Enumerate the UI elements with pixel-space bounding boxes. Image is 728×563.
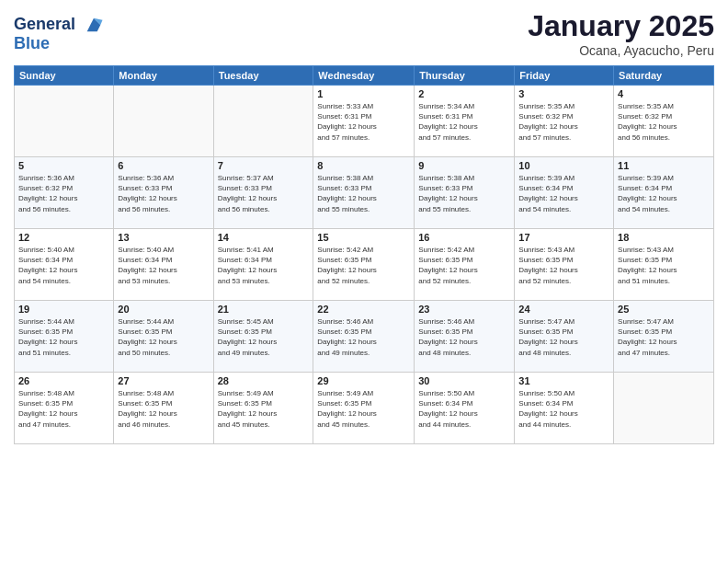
calendar-week-row: 12Sunrise: 5:40 AM Sunset: 6:34 PM Dayli… [15,229,714,301]
logo-text: General [14,15,104,35]
table-row: 13Sunrise: 5:40 AM Sunset: 6:34 PM Dayli… [114,229,213,301]
table-row: 27Sunrise: 5:48 AM Sunset: 6:35 PM Dayli… [114,373,213,444]
day-info: Sunrise: 5:42 AM Sunset: 6:35 PM Dayligh… [317,245,410,286]
col-friday: Friday [515,66,614,86]
day-info: Sunrise: 5:43 AM Sunset: 6:35 PM Dayligh… [618,245,710,286]
header: General Blue January 2025 Ocana, Ayacuch… [14,9,714,58]
day-number: 6 [118,160,209,171]
table-row: 4Sunrise: 5:35 AM Sunset: 6:32 PM Daylig… [614,86,714,157]
day-info: Sunrise: 5:36 AM Sunset: 6:32 PM Dayligh… [18,173,109,214]
day-number: 20 [118,304,209,315]
calendar-week-row: 26Sunrise: 5:48 AM Sunset: 6:35 PM Dayli… [15,373,714,444]
table-row: 30Sunrise: 5:50 AM Sunset: 6:34 PM Dayli… [415,373,515,444]
table-row: 31Sunrise: 5:50 AM Sunset: 6:34 PM Dayli… [515,373,614,444]
table-row: 5Sunrise: 5:36 AM Sunset: 6:32 PM Daylig… [15,157,114,229]
table-row [614,373,714,444]
table-row: 10Sunrise: 5:39 AM Sunset: 6:34 PM Dayli… [515,157,614,229]
logo-blue: Blue [14,35,104,53]
page: General Blue January 2025 Ocana, Ayacuch… [0,0,728,563]
day-number: 27 [118,375,209,386]
day-number: 2 [418,88,510,99]
day-number: 4 [618,88,710,99]
col-wednesday: Wednesday [313,66,415,86]
day-info: Sunrise: 5:47 AM Sunset: 6:35 PM Dayligh… [618,316,710,358]
day-info: Sunrise: 5:37 AM Sunset: 6:33 PM Dayligh… [218,173,310,214]
table-row [15,86,114,157]
day-info: Sunrise: 5:35 AM Sunset: 6:32 PM Dayligh… [518,101,609,143]
table-row [114,86,213,157]
day-number: 18 [618,232,710,243]
table-row: 3Sunrise: 5:35 AM Sunset: 6:32 PM Daylig… [515,86,614,157]
title-area: January 2025 Ocana, Ayacucho, Peru [528,9,714,58]
day-info: Sunrise: 5:33 AM Sunset: 6:31 PM Dayligh… [317,101,410,143]
table-row: 1Sunrise: 5:33 AM Sunset: 6:31 PM Daylig… [313,86,415,157]
day-info: Sunrise: 5:48 AM Sunset: 6:35 PM Dayligh… [18,388,109,430]
day-info: Sunrise: 5:47 AM Sunset: 6:35 PM Dayligh… [518,316,609,358]
col-monday: Monday [114,66,213,86]
day-number: 25 [618,304,710,315]
day-info: Sunrise: 5:39 AM Sunset: 6:34 PM Dayligh… [618,173,710,214]
table-row: 7Sunrise: 5:37 AM Sunset: 6:33 PM Daylig… [213,157,313,229]
col-saturday: Saturday [614,66,714,86]
day-info: Sunrise: 5:41 AM Sunset: 6:34 PM Dayligh… [218,245,310,286]
calendar-week-row: 19Sunrise: 5:44 AM Sunset: 6:35 PM Dayli… [15,301,714,373]
table-row: 18Sunrise: 5:43 AM Sunset: 6:35 PM Dayli… [614,229,714,301]
day-info: Sunrise: 5:38 AM Sunset: 6:33 PM Dayligh… [418,173,510,214]
day-info: Sunrise: 5:38 AM Sunset: 6:33 PM Dayligh… [317,173,410,214]
table-row: 15Sunrise: 5:42 AM Sunset: 6:35 PM Dayli… [313,229,415,301]
table-row: 26Sunrise: 5:48 AM Sunset: 6:35 PM Dayli… [15,373,114,444]
table-row: 11Sunrise: 5:39 AM Sunset: 6:34 PM Dayli… [614,157,714,229]
day-info: Sunrise: 5:35 AM Sunset: 6:32 PM Dayligh… [618,101,710,143]
day-number: 14 [218,232,310,243]
day-number: 15 [317,232,410,243]
table-row: 23Sunrise: 5:46 AM Sunset: 6:35 PM Dayli… [415,301,515,373]
table-row: 22Sunrise: 5:46 AM Sunset: 6:35 PM Dayli… [313,301,415,373]
table-row: 25Sunrise: 5:47 AM Sunset: 6:35 PM Dayli… [614,301,714,373]
day-number: 17 [518,232,609,243]
col-tuesday: Tuesday [213,66,313,86]
table-row: 29Sunrise: 5:49 AM Sunset: 6:35 PM Dayli… [313,373,415,444]
table-row: 2Sunrise: 5:34 AM Sunset: 6:31 PM Daylig… [415,86,515,157]
table-row: 19Sunrise: 5:44 AM Sunset: 6:35 PM Dayli… [15,301,114,373]
day-number: 9 [418,160,510,171]
day-number: 8 [317,160,410,171]
day-number: 13 [118,232,209,243]
calendar-week-row: 5Sunrise: 5:36 AM Sunset: 6:32 PM Daylig… [15,157,714,229]
day-number: 29 [317,375,410,386]
month-title: January 2025 [528,9,714,43]
subtitle: Ocana, Ayacucho, Peru [528,43,714,58]
col-thursday: Thursday [415,66,515,86]
day-info: Sunrise: 5:44 AM Sunset: 6:35 PM Dayligh… [118,316,209,358]
table-row: 9Sunrise: 5:38 AM Sunset: 6:33 PM Daylig… [415,157,515,229]
day-number: 22 [317,304,410,315]
day-number: 26 [18,375,109,386]
day-info: Sunrise: 5:40 AM Sunset: 6:34 PM Dayligh… [118,245,209,286]
day-info: Sunrise: 5:43 AM Sunset: 6:35 PM Dayligh… [518,245,609,286]
day-number: 24 [518,304,609,315]
calendar-week-row: 1Sunrise: 5:33 AM Sunset: 6:31 PM Daylig… [15,86,714,157]
day-number: 28 [218,375,310,386]
table-row: 12Sunrise: 5:40 AM Sunset: 6:34 PM Dayli… [15,229,114,301]
table-row: 17Sunrise: 5:43 AM Sunset: 6:35 PM Dayli… [515,229,614,301]
table-row: 20Sunrise: 5:44 AM Sunset: 6:35 PM Dayli… [114,301,213,373]
table-row: 8Sunrise: 5:38 AM Sunset: 6:33 PM Daylig… [313,157,415,229]
day-info: Sunrise: 5:50 AM Sunset: 6:34 PM Dayligh… [518,388,609,430]
table-row: 28Sunrise: 5:49 AM Sunset: 6:35 PM Dayli… [213,373,313,444]
day-number: 31 [518,375,609,386]
day-info: Sunrise: 5:44 AM Sunset: 6:35 PM Dayligh… [18,316,109,358]
day-number: 12 [18,232,109,243]
col-sunday: Sunday [15,66,114,86]
day-info: Sunrise: 5:36 AM Sunset: 6:33 PM Dayligh… [118,173,209,214]
table-row: 16Sunrise: 5:42 AM Sunset: 6:35 PM Dayli… [415,229,515,301]
day-number: 23 [418,304,510,315]
table-row [213,86,313,157]
day-info: Sunrise: 5:46 AM Sunset: 6:35 PM Dayligh… [317,316,410,358]
day-number: 16 [418,232,510,243]
day-info: Sunrise: 5:34 AM Sunset: 6:31 PM Dayligh… [418,101,510,143]
day-info: Sunrise: 5:50 AM Sunset: 6:34 PM Dayligh… [418,388,510,430]
calendar-table: Sunday Monday Tuesday Wednesday Thursday… [14,65,714,444]
day-number: 30 [418,375,510,386]
logo-icon [84,15,104,35]
day-number: 7 [218,160,310,171]
day-info: Sunrise: 5:49 AM Sunset: 6:35 PM Dayligh… [218,388,310,430]
